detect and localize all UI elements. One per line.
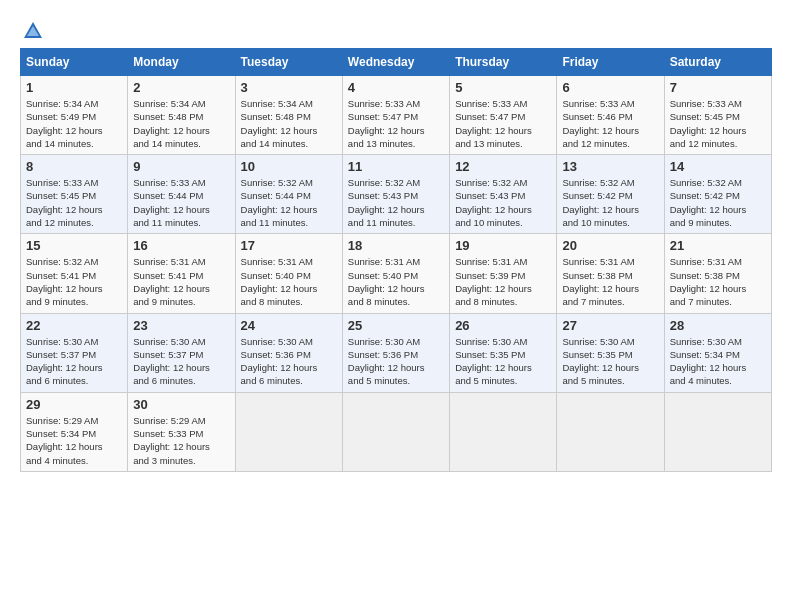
day-number: 1 (26, 80, 122, 95)
day-info: Sunrise: 5:32 AMSunset: 5:42 PMDaylight:… (562, 176, 658, 229)
day-number: 3 (241, 80, 337, 95)
day-info: Sunrise: 5:31 AMSunset: 5:38 PMDaylight:… (562, 255, 658, 308)
day-number: 24 (241, 318, 337, 333)
day-number: 10 (241, 159, 337, 174)
calendar-cell: 28Sunrise: 5:30 AMSunset: 5:34 PMDayligh… (664, 313, 771, 392)
day-number: 28 (670, 318, 766, 333)
calendar-cell: 30Sunrise: 5:29 AMSunset: 5:33 PMDayligh… (128, 392, 235, 471)
calendar-cell: 4Sunrise: 5:33 AMSunset: 5:47 PMDaylight… (342, 76, 449, 155)
calendar-week-4: 22Sunrise: 5:30 AMSunset: 5:37 PMDayligh… (21, 313, 772, 392)
calendar-header: SundayMondayTuesdayWednesdayThursdayFrid… (21, 49, 772, 76)
day-info: Sunrise: 5:30 AMSunset: 5:36 PMDaylight:… (241, 335, 337, 388)
day-number: 22 (26, 318, 122, 333)
day-info: Sunrise: 5:32 AMSunset: 5:43 PMDaylight:… (455, 176, 551, 229)
day-number: 11 (348, 159, 444, 174)
day-number: 16 (133, 238, 229, 253)
day-info: Sunrise: 5:29 AMSunset: 5:34 PMDaylight:… (26, 414, 122, 467)
calendar-cell: 1Sunrise: 5:34 AMSunset: 5:49 PMDaylight… (21, 76, 128, 155)
calendar-cell: 22Sunrise: 5:30 AMSunset: 5:37 PMDayligh… (21, 313, 128, 392)
day-info: Sunrise: 5:31 AMSunset: 5:39 PMDaylight:… (455, 255, 551, 308)
calendar-cell: 7Sunrise: 5:33 AMSunset: 5:45 PMDaylight… (664, 76, 771, 155)
calendar-cell: 12Sunrise: 5:32 AMSunset: 5:43 PMDayligh… (450, 155, 557, 234)
calendar-cell: 9Sunrise: 5:33 AMSunset: 5:44 PMDaylight… (128, 155, 235, 234)
calendar-cell: 15Sunrise: 5:32 AMSunset: 5:41 PMDayligh… (21, 234, 128, 313)
calendar-cell: 18Sunrise: 5:31 AMSunset: 5:40 PMDayligh… (342, 234, 449, 313)
day-number: 4 (348, 80, 444, 95)
day-number: 9 (133, 159, 229, 174)
logo-icon (22, 20, 44, 42)
day-number: 6 (562, 80, 658, 95)
calendar-cell: 16Sunrise: 5:31 AMSunset: 5:41 PMDayligh… (128, 234, 235, 313)
day-number: 18 (348, 238, 444, 253)
calendar-cell: 6Sunrise: 5:33 AMSunset: 5:46 PMDaylight… (557, 76, 664, 155)
day-number: 19 (455, 238, 551, 253)
calendar-week-2: 8Sunrise: 5:33 AMSunset: 5:45 PMDaylight… (21, 155, 772, 234)
day-info: Sunrise: 5:34 AMSunset: 5:48 PMDaylight:… (133, 97, 229, 150)
day-number: 2 (133, 80, 229, 95)
calendar-cell: 26Sunrise: 5:30 AMSunset: 5:35 PMDayligh… (450, 313, 557, 392)
day-info: Sunrise: 5:30 AMSunset: 5:36 PMDaylight:… (348, 335, 444, 388)
day-number: 12 (455, 159, 551, 174)
day-number: 27 (562, 318, 658, 333)
weekday-header-monday: Monday (128, 49, 235, 76)
day-number: 8 (26, 159, 122, 174)
weekday-header-friday: Friday (557, 49, 664, 76)
calendar-cell: 13Sunrise: 5:32 AMSunset: 5:42 PMDayligh… (557, 155, 664, 234)
calendar-cell: 5Sunrise: 5:33 AMSunset: 5:47 PMDaylight… (450, 76, 557, 155)
weekday-row: SundayMondayTuesdayWednesdayThursdayFrid… (21, 49, 772, 76)
day-info: Sunrise: 5:33 AMSunset: 5:47 PMDaylight:… (455, 97, 551, 150)
calendar-cell: 14Sunrise: 5:32 AMSunset: 5:42 PMDayligh… (664, 155, 771, 234)
weekday-header-sunday: Sunday (21, 49, 128, 76)
calendar-cell: 24Sunrise: 5:30 AMSunset: 5:36 PMDayligh… (235, 313, 342, 392)
weekday-header-tuesday: Tuesday (235, 49, 342, 76)
day-number: 7 (670, 80, 766, 95)
calendar-cell: 20Sunrise: 5:31 AMSunset: 5:38 PMDayligh… (557, 234, 664, 313)
calendar-cell: 25Sunrise: 5:30 AMSunset: 5:36 PMDayligh… (342, 313, 449, 392)
calendar-cell: 21Sunrise: 5:31 AMSunset: 5:38 PMDayligh… (664, 234, 771, 313)
day-info: Sunrise: 5:33 AMSunset: 5:47 PMDaylight:… (348, 97, 444, 150)
day-info: Sunrise: 5:32 AMSunset: 5:43 PMDaylight:… (348, 176, 444, 229)
calendar-table: SundayMondayTuesdayWednesdayThursdayFrid… (20, 48, 772, 472)
weekday-header-saturday: Saturday (664, 49, 771, 76)
calendar-cell: 10Sunrise: 5:32 AMSunset: 5:44 PMDayligh… (235, 155, 342, 234)
day-number: 15 (26, 238, 122, 253)
day-info: Sunrise: 5:31 AMSunset: 5:38 PMDaylight:… (670, 255, 766, 308)
day-number: 25 (348, 318, 444, 333)
calendar-cell (450, 392, 557, 471)
calendar-cell: 19Sunrise: 5:31 AMSunset: 5:39 PMDayligh… (450, 234, 557, 313)
day-info: Sunrise: 5:30 AMSunset: 5:37 PMDaylight:… (26, 335, 122, 388)
day-number: 26 (455, 318, 551, 333)
calendar-cell: 17Sunrise: 5:31 AMSunset: 5:40 PMDayligh… (235, 234, 342, 313)
calendar-cell: 8Sunrise: 5:33 AMSunset: 5:45 PMDaylight… (21, 155, 128, 234)
day-info: Sunrise: 5:32 AMSunset: 5:44 PMDaylight:… (241, 176, 337, 229)
calendar-cell: 3Sunrise: 5:34 AMSunset: 5:48 PMDaylight… (235, 76, 342, 155)
calendar-cell (664, 392, 771, 471)
calendar-cell (235, 392, 342, 471)
day-info: Sunrise: 5:34 AMSunset: 5:49 PMDaylight:… (26, 97, 122, 150)
day-number: 5 (455, 80, 551, 95)
day-info: Sunrise: 5:32 AMSunset: 5:42 PMDaylight:… (670, 176, 766, 229)
day-info: Sunrise: 5:32 AMSunset: 5:41 PMDaylight:… (26, 255, 122, 308)
day-number: 13 (562, 159, 658, 174)
calendar-cell (557, 392, 664, 471)
calendar-cell: 23Sunrise: 5:30 AMSunset: 5:37 PMDayligh… (128, 313, 235, 392)
day-info: Sunrise: 5:33 AMSunset: 5:44 PMDaylight:… (133, 176, 229, 229)
day-info: Sunrise: 5:31 AMSunset: 5:41 PMDaylight:… (133, 255, 229, 308)
day-info: Sunrise: 5:30 AMSunset: 5:34 PMDaylight:… (670, 335, 766, 388)
day-number: 21 (670, 238, 766, 253)
day-number: 30 (133, 397, 229, 412)
calendar-body: 1Sunrise: 5:34 AMSunset: 5:49 PMDaylight… (21, 76, 772, 472)
day-number: 20 (562, 238, 658, 253)
day-info: Sunrise: 5:33 AMSunset: 5:45 PMDaylight:… (26, 176, 122, 229)
page-header (20, 20, 772, 38)
calendar-week-3: 15Sunrise: 5:32 AMSunset: 5:41 PMDayligh… (21, 234, 772, 313)
calendar-week-5: 29Sunrise: 5:29 AMSunset: 5:34 PMDayligh… (21, 392, 772, 471)
day-number: 17 (241, 238, 337, 253)
day-number: 23 (133, 318, 229, 333)
day-info: Sunrise: 5:33 AMSunset: 5:45 PMDaylight:… (670, 97, 766, 150)
day-info: Sunrise: 5:31 AMSunset: 5:40 PMDaylight:… (241, 255, 337, 308)
day-info: Sunrise: 5:30 AMSunset: 5:35 PMDaylight:… (455, 335, 551, 388)
calendar-cell: 27Sunrise: 5:30 AMSunset: 5:35 PMDayligh… (557, 313, 664, 392)
calendar-cell: 2Sunrise: 5:34 AMSunset: 5:48 PMDaylight… (128, 76, 235, 155)
logo (20, 20, 44, 38)
